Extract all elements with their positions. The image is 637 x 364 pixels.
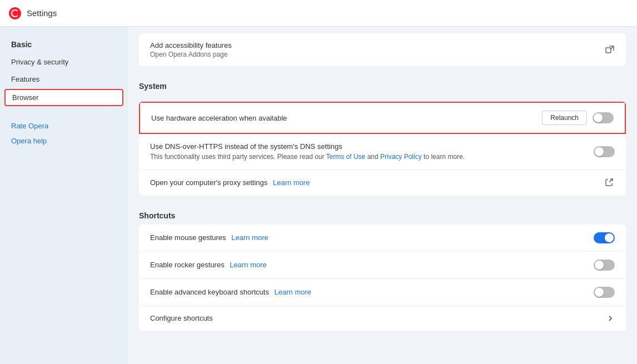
privacy-policy-link[interactable]: Privacy Policy — [380, 153, 422, 161]
mouse-gestures-label: Enable mouse gestures — [150, 233, 226, 242]
hardware-acceleration-label: Use hardware acceleration when available — [151, 114, 542, 122]
rocker-gestures-label: Enable rocker gestures — [150, 261, 225, 269]
sidebar-item-features[interactable]: Features — [0, 71, 128, 88]
sidebar: Basic Privacy & security Features Browse… — [0, 27, 128, 364]
main-content: Add accessibility features Open Opera Ad… — [128, 27, 637, 364]
shortcuts-card: Enable mouse gestures Learn more Enable … — [139, 225, 626, 331]
accessibility-row: Add accessibility features Open Opera Ad… — [139, 33, 626, 66]
shortcuts-section: Shortcuts Enable mouse gestures Learn mo… — [139, 202, 626, 331]
main-layout: Basic Privacy & security Features Browse… — [0, 27, 637, 364]
system-heading: System — [128, 73, 637, 95]
sidebar-item-browser[interactable]: Browser — [4, 89, 123, 106]
sidebar-item-privacy-security[interactable]: Privacy & security — [0, 53, 128, 71]
sidebar-link-rate-opera[interactable]: Rate Opera — [0, 118, 128, 133]
keyboard-shortcuts-learn-more[interactable]: Learn more — [275, 288, 311, 296]
mouse-gestures-toggle[interactable] — [594, 232, 615, 243]
shortcuts-heading: Shortcuts — [139, 202, 626, 225]
opera-logo — [9, 7, 21, 19]
hardware-acceleration-controls: Relaunch — [542, 111, 614, 125]
sidebar-link-opera-help[interactable]: Opera help — [0, 133, 128, 148]
rocker-gestures-toggle[interactable] — [594, 260, 615, 271]
svg-rect-0 — [606, 48, 611, 53]
keyboard-shortcuts-toggle[interactable] — [594, 287, 615, 298]
header-title: Settings — [27, 8, 57, 18]
relaunch-button[interactable]: Relaunch — [542, 111, 587, 125]
keyboard-shortcuts-row: Enable advanced keyboard shortcuts Learn… — [139, 278, 626, 306]
sidebar-item-basic[interactable]: Basic — [0, 36, 128, 53]
mouse-gestures-learn-more[interactable]: Learn more — [231, 233, 268, 242]
proxy-label: Open your computer's proxy settings Lear… — [150, 178, 310, 187]
configure-shortcuts-row[interactable]: Configure shortcuts — [139, 306, 626, 331]
rocker-gestures-learn-more[interactable]: Learn more — [230, 261, 266, 269]
accessibility-subtitle: Open Opera Addons page — [150, 51, 232, 58]
rocker-gestures-row: Enable rocker gestures Learn more — [139, 251, 626, 278]
keyboard-shortcuts-label: Enable advanced keyboard shortcuts — [150, 288, 269, 296]
accessibility-title: Add accessibility features — [150, 41, 232, 49]
dns-https-label: Use DNS-over-HTTPS instead of the system… — [150, 142, 594, 151]
system-card: Use hardware acceleration when available… — [139, 102, 626, 196]
configure-shortcuts-chevron-icon — [606, 314, 615, 323]
dns-https-toggle[interactable] — [594, 146, 615, 157]
system-section: System Use hardware acceleration when av… — [128, 73, 637, 196]
dns-https-subtext: This functionality uses third party serv… — [150, 152, 594, 162]
hardware-acceleration-toggle[interactable] — [593, 112, 614, 123]
accessibility-card: Add accessibility features Open Opera Ad… — [139, 33, 626, 66]
proxy-external-icon[interactable] — [605, 178, 615, 188]
proxy-learn-more-link[interactable]: Learn more — [273, 178, 310, 187]
terms-of-use-link[interactable]: Terms of Use — [326, 153, 366, 161]
hardware-acceleration-row: Use hardware acceleration when available… — [139, 102, 626, 134]
app-header: Settings — [0, 0, 637, 27]
dns-https-row: Use DNS-over-HTTPS instead of the system… — [139, 134, 626, 169]
mouse-gestures-row: Enable mouse gestures Learn more — [139, 225, 626, 251]
accessibility-external-icon[interactable] — [605, 45, 615, 55]
proxy-row: Open your computer's proxy settings Lear… — [139, 169, 626, 196]
configure-shortcuts-label: Configure shortcuts — [150, 314, 213, 322]
